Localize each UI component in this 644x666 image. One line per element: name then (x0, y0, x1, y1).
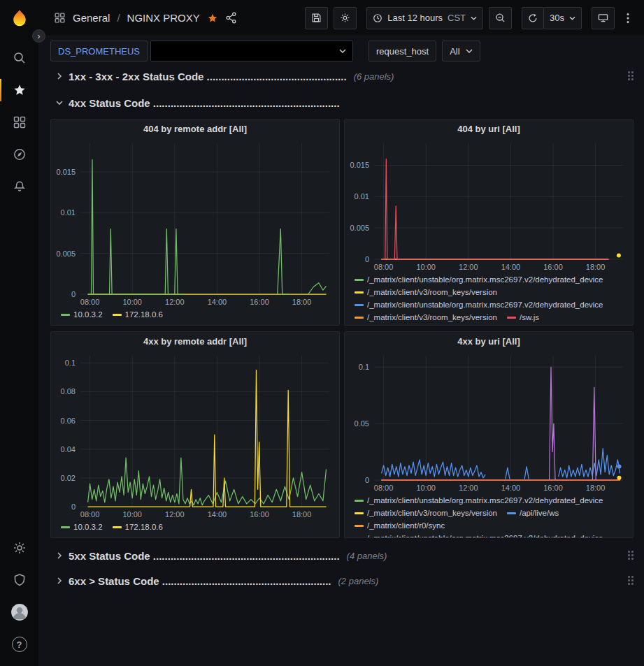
time-picker-button[interactable]: Last 12 hours CST (366, 7, 483, 29)
svg-text:0.015: 0.015 (350, 161, 369, 169)
legend-item[interactable]: /api/live/ws (507, 507, 559, 519)
request-host-label: request_host (368, 41, 436, 61)
svg-text:0.04: 0.04 (61, 445, 76, 454)
dashboard-content: DS_PROMETHEUS request_host All 1xx - 3xx… (38, 36, 644, 666)
grafana-logo[interactable] (6, 6, 34, 34)
save-button[interactable] (305, 7, 328, 29)
sidebar-item-configuration[interactable] (0, 532, 38, 564)
share-icon[interactable] (225, 12, 237, 24)
avatar-icon (10, 603, 29, 621)
legend-item[interactable]: /sw.js (507, 311, 539, 324)
svg-text:12:00: 12:00 (459, 484, 478, 492)
legend-item[interactable]: /_matrix/client/v3/room_keys/version (355, 507, 497, 519)
svg-text:10:00: 10:00 (416, 484, 436, 492)
monitor-icon (598, 13, 608, 23)
refresh-button[interactable] (522, 7, 544, 29)
panel-title[interactable]: 4xx by uri [All] (345, 332, 633, 350)
sidebar-item-search[interactable] (0, 42, 38, 74)
legend-swatch (355, 279, 364, 281)
legend-item[interactable]: /_matrix/client/r0/sync (355, 519, 445, 532)
favorite-star-icon[interactable] (207, 13, 218, 24)
panel-title[interactable]: 404 by uri [All] (345, 120, 633, 138)
user-avatar[interactable] (0, 596, 38, 628)
chart-canvas[interactable]: 00.0050.010.01508:0010:0012:0014:0016:00… (51, 138, 339, 307)
legend-item[interactable]: /_matrix/client/unstable/org.matrix.msc2… (355, 298, 603, 311)
chevron-down-icon (569, 16, 575, 20)
svg-text:16:00: 16:00 (250, 510, 269, 519)
chart-canvas[interactable]: 00.0050.010.01508:0010:0012:0014:0016:00… (345, 138, 633, 272)
sidebar-expand-button[interactable]: › (32, 29, 45, 43)
row-panel-count: (4 panels) (347, 551, 387, 561)
legend: /_matrix/client/unstable/org.matrix.msc2… (345, 272, 633, 325)
kiosk-mode-button[interactable] (592, 7, 615, 29)
breadcrumb-title[interactable]: NGINX PROXY (127, 12, 200, 24)
svg-text:18:00: 18:00 (586, 263, 606, 271)
refresh-group: 30s (522, 7, 582, 29)
svg-text:12:00: 12:00 (459, 263, 478, 271)
breadcrumb-separator: / (117, 12, 120, 24)
svg-text:08:00: 08:00 (374, 484, 394, 492)
kebab-icon (627, 13, 629, 24)
svg-text:0.05: 0.05 (355, 419, 369, 428)
row-header-5xx[interactable]: 5xx Status Code ........................… (56, 545, 636, 566)
save-icon (311, 13, 322, 23)
datasource-select[interactable] (150, 41, 353, 61)
grid-icon (13, 115, 27, 129)
legend-label: /sw.js (520, 311, 539, 324)
legend-label: /_matrix/client/v3/room_keys/version (367, 286, 497, 298)
sidebar-item-starred[interactable] (0, 74, 38, 106)
row-drag-handle[interactable] (627, 574, 636, 587)
legend-item[interactable]: 172.18.0.6 (113, 308, 163, 321)
legend-swatch (61, 526, 70, 528)
breadcrumb-folder[interactable]: General (73, 12, 110, 24)
zoom-out-button[interactable] (489, 7, 512, 29)
legend-item[interactable]: 10.0.3.2 (61, 521, 103, 533)
legend-item[interactable]: /_matrix/client/unstable/org.matrix.msc2… (355, 273, 603, 286)
request-host-select[interactable]: All (442, 41, 480, 61)
legend-label: /_matrix/client/v3/room_keys/version (367, 507, 497, 519)
legend-item[interactable]: /_matrix/client/unstable/org.matrix.msc2… (355, 494, 603, 507)
chart-canvas[interactable]: 00.050.108:0010:0012:0014:0016:0018:00 (345, 350, 633, 493)
variables-bar: DS_PROMETHEUS request_host All (38, 36, 644, 66)
panel-title[interactable]: 4xx by remote addr [All] (51, 332, 339, 350)
row-header-4xx[interactable]: 4xx Status Code ........................… (56, 92, 636, 113)
dashboard-settings-button[interactable] (334, 7, 357, 29)
sidebar-item-alerting[interactable] (0, 171, 38, 203)
panels-grid: 404 by remote addr [All] 00.0050.010.015… (50, 119, 644, 538)
svg-text:0.02: 0.02 (61, 474, 76, 482)
refresh-interval-label: 30s (550, 13, 564, 23)
legend-label: /_matrix/client/unstable/org.matrix.msc2… (367, 273, 603, 286)
svg-text:0.01: 0.01 (355, 192, 369, 201)
svg-text:08:00: 08:00 (80, 298, 100, 306)
row-drag-handle[interactable] (627, 70, 636, 82)
legend-label: 172.18.0.6 (125, 308, 163, 321)
chevron-down-icon (466, 49, 473, 53)
bell-icon (13, 180, 27, 194)
sidebar-item-dashboards[interactable] (0, 106, 38, 138)
row-title: 6xx > Status Code ......................… (69, 575, 331, 587)
legend-item[interactable]: /_matrix/client/v3/room_keys/version (355, 311, 497, 324)
panel-title[interactable]: 404 by remote addr [All] (51, 120, 339, 138)
svg-text:08:00: 08:00 (80, 510, 100, 519)
row-panel-count: (6 panels) (354, 71, 394, 82)
legend-item[interactable]: 172.18.0.6 (113, 521, 163, 533)
datasource-label[interactable]: DS_PROMETHEUS (50, 41, 148, 61)
sidebar-item-server-admin[interactable] (0, 564, 38, 596)
legend-item[interactable]: /_matrix/client/v3/room_keys/version (355, 286, 497, 298)
sidebar-item-explore[interactable] (0, 138, 38, 171)
row-drag-handle[interactable] (627, 549, 636, 562)
legend-item[interactable]: 10.0.3.2 (61, 308, 103, 321)
legend-item[interactable]: /_matrix/client/unstable/org.matrix.msc2… (355, 532, 603, 537)
refresh-interval-button[interactable]: 30s (543, 7, 582, 29)
panel-404-by-uri: 404 by uri [All] 00.0050.010.01508:0010:… (344, 119, 634, 326)
row-chevron-icon (56, 552, 63, 559)
svg-text:0: 0 (71, 290, 76, 298)
time-range-label: Last 12 hours (387, 13, 443, 23)
svg-text:0.015: 0.015 (56, 168, 76, 176)
row-header-1xx-3xx-2xx[interactable]: 1xx - 3xx - 2xx Status Code ............… (56, 66, 636, 87)
svg-text:14:00: 14:00 (208, 298, 227, 306)
sidebar-item-help[interactable]: ? (0, 628, 38, 660)
kebab-menu-button[interactable] (620, 7, 636, 29)
chart-canvas[interactable]: 00.020.040.060.080.108:0010:0012:0014:00… (51, 350, 339, 519)
row-header-6xx[interactable]: 6xx > Status Code ......................… (56, 570, 636, 591)
